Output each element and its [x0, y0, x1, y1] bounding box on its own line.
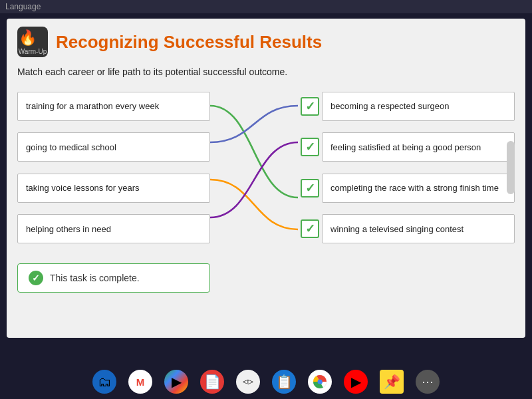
- scroll-indicator[interactable]: [507, 141, 515, 194]
- left-item-2[interactable]: taking voice lessons for years: [17, 174, 210, 203]
- check-box-3: ✓: [301, 219, 319, 238]
- connector-svg: [210, 88, 298, 247]
- taskbar: 🗂 M ▶ 📄 <t> 📋 ▶ 📌 ⋯: [0, 364, 532, 399]
- left-item-3[interactable]: helping others in need: [17, 214, 210, 243]
- instruction-text: Match each career or life path to its po…: [17, 66, 515, 77]
- youtube-icon[interactable]: ▶: [344, 370, 368, 394]
- check-box-2: ✓: [301, 179, 319, 198]
- right-item-3[interactable]: winning a televised singing contest: [322, 214, 515, 243]
- check-box-0: ✓: [301, 97, 319, 116]
- more-icon[interactable]: ⋯: [416, 370, 440, 394]
- connector-area: [210, 88, 298, 247]
- gmail-icon[interactable]: M: [128, 370, 152, 394]
- chrome-icon[interactable]: [308, 370, 332, 394]
- checkmark-3: ✓: [305, 221, 315, 236]
- tag-icon[interactable]: <t>: [236, 370, 260, 394]
- svg-point-2: [318, 380, 323, 384]
- checkmark-1: ✓: [305, 140, 315, 154]
- left-item-1[interactable]: going to medical school: [17, 132, 210, 162]
- keep-icon[interactable]: 📌: [380, 370, 404, 394]
- flame-icon: 🔥: [19, 29, 47, 47]
- top-bar-label: Language: [5, 2, 41, 11]
- right-column: becoming a respected surgeon feeling sat…: [322, 88, 515, 247]
- gdocs-icon[interactable]: 📋: [272, 370, 296, 394]
- left-column: training for a marathon every week going…: [17, 88, 210, 247]
- checkmark-2: ✓: [305, 181, 315, 196]
- warm-up-badge: 🔥 Warm-Up: [17, 27, 48, 57]
- complete-icon: ✓: [29, 271, 43, 285]
- play-store-icon[interactable]: ▶: [164, 370, 188, 394]
- check-box-1: ✓: [301, 138, 319, 156]
- complete-banner: ✓ This task is complete.: [17, 263, 210, 293]
- header: 🔥 Warm-Up Recognizing Successful Results: [17, 27, 515, 57]
- right-item-0[interactable]: becoming a respected surgeon: [322, 92, 515, 121]
- matching-area: training for a marathon every week going…: [17, 88, 515, 247]
- right-item-2[interactable]: completing the race with a strong finish…: [322, 174, 515, 203]
- docs-icon[interactable]: 📄: [200, 370, 224, 394]
- right-item-1[interactable]: feeling satisfied at being a good person: [322, 132, 515, 162]
- complete-text: This task is complete.: [50, 273, 140, 283]
- warm-up-label: Warm-Up: [19, 48, 47, 55]
- page-title: Recognizing Successful Results: [56, 32, 322, 53]
- left-item-0[interactable]: training for a marathon every week: [17, 92, 210, 121]
- main-content: 🔥 Warm-Up Recognizing Successful Results…: [7, 19, 525, 338]
- check-column: ✓ ✓ ✓ ✓: [298, 88, 322, 247]
- folder-icon[interactable]: 🗂: [92, 370, 116, 394]
- top-bar: Language: [0, 0, 532, 13]
- checkmark-0: ✓: [305, 99, 315, 114]
